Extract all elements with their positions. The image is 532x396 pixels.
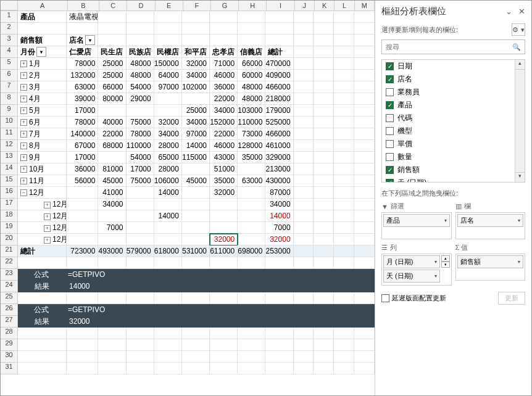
cell[interactable]	[210, 363, 238, 374]
field-item[interactable]: ✓產品⧩	[382, 99, 525, 112]
cell[interactable]	[354, 46, 375, 58]
row-header[interactable]: 5	[1, 58, 18, 70]
checkbox-icon[interactable]	[386, 127, 394, 135]
cell[interactable]	[354, 281, 375, 292]
cell[interactable]	[210, 351, 238, 363]
cell[interactable]	[210, 316, 238, 328]
cell[interactable]	[67, 23, 98, 35]
cell[interactable]	[334, 292, 354, 304]
cell[interactable]	[294, 70, 314, 81]
cell[interactable]: 106000	[154, 175, 182, 187]
cell[interactable]	[354, 70, 375, 81]
cell[interactable]	[18, 328, 67, 339]
cell[interactable]	[182, 316, 210, 328]
cell[interactable]	[159, 269, 186, 281]
scroll-down-icon[interactable]: ▾	[515, 172, 525, 182]
cell[interactable]	[18, 363, 67, 374]
cell[interactable]	[294, 105, 314, 117]
cell[interactable]	[294, 81, 314, 93]
month-row[interactable]: +1月	[18, 58, 67, 70]
cell[interactable]	[238, 222, 265, 234]
cell[interactable]: 28000	[154, 163, 182, 175]
cell[interactable]	[265, 351, 293, 363]
gear-icon[interactable]: ⚙ ▾	[512, 23, 525, 36]
field-item[interactable]: 代碼	[382, 112, 525, 125]
cell[interactable]: 63000	[238, 175, 265, 187]
col-H[interactable]: H	[239, 1, 267, 10]
cell[interactable]	[210, 328, 238, 339]
cell[interactable]	[182, 351, 210, 363]
cell[interactable]	[294, 363, 314, 374]
cell[interactable]	[182, 222, 210, 234]
cell[interactable]: 32000	[210, 234, 238, 245]
cell[interactable]: 17000	[67, 152, 98, 163]
cell[interactable]	[238, 257, 265, 269]
cell[interactable]	[314, 46, 334, 58]
cell[interactable]	[210, 199, 238, 210]
cell[interactable]	[314, 81, 334, 93]
cell[interactable]	[334, 234, 354, 245]
cell[interactable]	[295, 304, 315, 316]
update-button[interactable]: 更新	[498, 292, 525, 305]
cell[interactable]	[354, 328, 375, 339]
cell[interactable]: 17000	[67, 105, 98, 117]
store-header[interactable]: 信義店	[238, 46, 265, 58]
cell[interactable]	[67, 339, 98, 351]
formula-label[interactable]: 結果	[18, 316, 67, 328]
cell[interactable]	[354, 292, 375, 304]
close-icon[interactable]: ✕	[518, 7, 525, 16]
cell[interactable]	[314, 351, 334, 363]
row-header[interactable]: 17	[1, 199, 18, 210]
row-header[interactable]: 24	[1, 281, 18, 292]
cell[interactable]	[182, 210, 210, 222]
cell[interactable]	[67, 257, 98, 269]
cell[interactable]	[154, 316, 182, 328]
cell[interactable]: 34000	[154, 128, 182, 140]
cell[interactable]: 75000	[127, 175, 154, 187]
cell[interactable]: 525000	[265, 117, 293, 128]
cell[interactable]	[294, 140, 314, 152]
cell[interactable]	[314, 222, 334, 234]
cell[interactable]	[294, 234, 314, 245]
formula-text[interactable]: 32000	[67, 316, 98, 328]
cell[interactable]: 97000	[182, 128, 210, 140]
cell[interactable]: 34000	[210, 105, 238, 117]
cell[interactable]	[314, 328, 334, 339]
cell[interactable]	[355, 304, 375, 316]
cell[interactable]	[334, 140, 354, 152]
cell[interactable]	[98, 292, 126, 304]
cell[interactable]	[314, 292, 334, 304]
cell[interactable]: 32000	[182, 58, 210, 70]
cell[interactable]	[294, 351, 314, 363]
cell[interactable]	[314, 128, 334, 140]
cell[interactable]: 128000	[238, 140, 265, 152]
cell[interactable]	[154, 105, 182, 117]
cell[interactable]	[182, 281, 210, 292]
cell[interactable]	[186, 269, 214, 281]
cell[interactable]	[294, 175, 314, 187]
cell[interactable]: 7000	[265, 222, 293, 234]
cell[interactable]: 34000	[265, 199, 293, 210]
row-header[interactable]: 7	[1, 81, 18, 93]
cell[interactable]	[354, 187, 375, 199]
cell[interactable]: 22000	[210, 128, 238, 140]
cell[interactable]	[314, 234, 334, 245]
cell[interactable]	[132, 269, 159, 281]
cell[interactable]: 110000	[238, 117, 265, 128]
cell[interactable]: 14000	[182, 140, 210, 152]
cell[interactable]	[154, 35, 182, 46]
col-L[interactable]: L	[335, 1, 354, 10]
cell[interactable]	[354, 316, 375, 328]
cell[interactable]: 29000	[127, 93, 154, 105]
cell[interactable]: 36000	[67, 163, 98, 175]
cell[interactable]	[67, 234, 98, 245]
scroll-up-icon[interactable]: ▴	[515, 60, 525, 70]
cell[interactable]: 35000	[210, 175, 238, 187]
cell[interactable]	[294, 245, 314, 257]
formula-text[interactable]: =GETPIVOTDATA("銷售額",$A$3,"天 (日期)",337,"月…	[65, 269, 105, 281]
field-item[interactable]: 機型	[382, 125, 525, 138]
cell[interactable]	[314, 35, 334, 46]
cell[interactable]	[354, 140, 375, 152]
cell[interactable]	[355, 269, 375, 281]
spin-down-icon[interactable]: ▾	[441, 262, 450, 268]
